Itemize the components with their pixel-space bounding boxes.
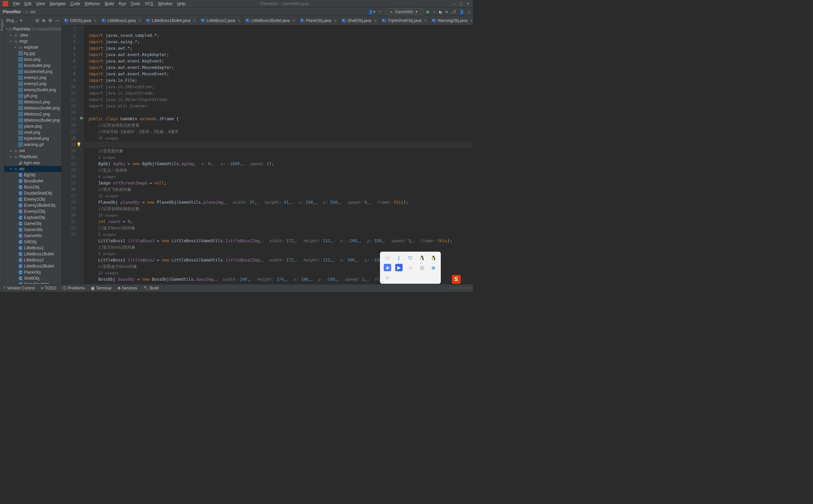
menu-edit[interactable]: Edit xyxy=(22,1,34,6)
stop-button[interactable]: ■ xyxy=(446,9,448,14)
breadcrumb-folder[interactable]: src xyxy=(30,9,36,14)
tree-item[interactable]: ▾🗀imgs xyxy=(4,38,61,44)
qq-icon[interactable]: 🐧 xyxy=(430,254,437,262)
tree-item[interactable]: ▸🗀explode xyxy=(4,44,61,50)
tray-robot-icon[interactable]: ☺ xyxy=(384,274,391,281)
tray-app1-icon[interactable]: ◈ xyxy=(384,264,391,271)
menu-build[interactable]: Build xyxy=(102,1,116,6)
tree-item[interactable]: CLittleBoss1 xyxy=(4,245,61,251)
tree-item[interactable]: ▾🗀PlaneWar C:\Users\23839\Id xyxy=(4,26,61,32)
tool-terminal[interactable]: ▣Terminal xyxy=(91,286,111,291)
close-tab-icon[interactable]: × xyxy=(293,18,295,23)
close-tab-icon[interactable]: × xyxy=(138,18,141,23)
tool-version-control[interactable]: ᚶVersion Control xyxy=(3,286,35,291)
tree-item[interactable]: 🔊bgm.wav xyxy=(4,160,61,166)
tree-item[interactable]: ▸🗀out xyxy=(4,148,61,154)
tree-arrow-icon[interactable]: ▸ xyxy=(9,33,12,37)
tray-app3-icon[interactable]: ⌂ xyxy=(407,264,414,271)
tree-item[interactable]: CEnemy2Obj xyxy=(4,208,61,215)
tree-item[interactable]: plane.png xyxy=(4,123,61,129)
close-tab-icon[interactable]: × xyxy=(94,18,96,23)
tree-item[interactable]: CLittleBoss2 xyxy=(4,257,61,263)
close-tab-icon[interactable]: × xyxy=(470,18,473,23)
tree-item[interactable]: CTripleShellObj xyxy=(4,281,61,284)
tree-item[interactable]: CGameWin xyxy=(4,233,61,239)
close-tab-icon[interactable]: × xyxy=(424,18,427,23)
tree-item[interactable]: CDoubleShellObj xyxy=(4,190,61,196)
bluetooth-icon[interactable]: ᛒ xyxy=(395,254,403,262)
tree-item[interactable]: CGameObj xyxy=(4,221,61,227)
menu-code[interactable]: Code xyxy=(68,1,82,6)
project-tool-button[interactable]: Project xyxy=(0,19,4,31)
close-tab-icon[interactable]: × xyxy=(374,18,376,23)
tree-item[interactable]: CGameUtils xyxy=(4,227,61,233)
menu-view[interactable]: View xyxy=(34,1,47,6)
tree-item[interactable]: ▾🗀PlayMusic xyxy=(4,154,61,160)
tree-item[interactable]: warning.gif xyxy=(4,142,61,148)
tree-item[interactable]: littleboss2bullet.png xyxy=(4,117,61,123)
hide-icon[interactable]: — xyxy=(55,18,59,23)
breadcrumb-root[interactable]: PlaneWar xyxy=(3,9,21,14)
tree-item[interactable]: ▸🗀.idea xyxy=(4,32,61,38)
ime-lang[interactable]: 中 ‚ ⚙ xyxy=(462,277,473,282)
close-tab-icon[interactable]: × xyxy=(238,18,240,23)
tool-services[interactable]: ⬘Services xyxy=(118,286,137,291)
editor-tab[interactable]: CWarningObj.java× xyxy=(430,16,473,25)
tree-item[interactable]: littleboss1bullet.png xyxy=(4,105,61,111)
tree-item[interactable]: CShellObj xyxy=(4,275,61,281)
tree-item[interactable]: enemy2.png xyxy=(4,81,61,87)
security-icon[interactable]: 🛡 xyxy=(407,254,414,262)
close-icon[interactable]: ✕ xyxy=(466,1,469,6)
collapse-icon[interactable]: ⊟ xyxy=(35,18,39,23)
tree-item[interactable]: CBossBullet xyxy=(4,178,61,184)
tree-item[interactable]: ▾🗀src xyxy=(4,166,61,172)
minimize-icon[interactable]: — xyxy=(452,1,456,6)
close-tab-icon[interactable]: × xyxy=(193,18,196,23)
search-icon[interactable]: ⌕ xyxy=(468,9,470,14)
tree-item[interactable]: tripleshell.png xyxy=(4,135,61,142)
tree-item[interactable]: boss.png xyxy=(4,56,61,62)
tree-arrow-icon[interactable]: ▾ xyxy=(6,27,7,31)
run-button[interactable]: ▶ xyxy=(427,9,430,14)
tool-problems[interactable]: ⓘProblems xyxy=(62,285,85,291)
select-opened-icon[interactable]: ⊕ xyxy=(42,18,46,23)
user-icon[interactable]: 👤▾ xyxy=(368,9,375,14)
tree-arrow-icon[interactable]: ▾ xyxy=(9,40,12,43)
tree-item[interactable]: shell.png xyxy=(4,129,61,135)
tree-item[interactable]: CBgObj xyxy=(4,172,61,178)
close-tab-icon[interactable]: × xyxy=(334,18,336,23)
tree-item[interactable]: CExplodeObj xyxy=(4,215,61,221)
tree-arrow-icon[interactable]: ▸ xyxy=(9,149,12,152)
back-icon[interactable]: ↩ xyxy=(379,9,382,14)
menu-navigate[interactable]: Navigate xyxy=(47,1,68,6)
gutter-run-icon[interactable]: ▶ xyxy=(80,115,84,120)
tree-item[interactable]: CLittleBoss2Bullet xyxy=(4,263,61,269)
tool-todo[interactable]: ≡TODO xyxy=(41,286,56,291)
editor-tab[interactable]: CTripleShellObj.java× xyxy=(380,16,430,25)
tree-item[interactable]: CBossObj xyxy=(4,184,61,190)
menu-file[interactable]: File xyxy=(11,1,22,6)
maximize-icon[interactable]: ▢ xyxy=(459,1,463,6)
tree-item[interactable]: littleboss2.png xyxy=(4,111,61,117)
editor-tab[interactable]: CLittleBoss1Bullet.java× xyxy=(144,16,199,25)
tree-arrow-icon[interactable]: ▾ xyxy=(9,155,12,158)
tree-item[interactable]: enemy1.png xyxy=(4,75,61,81)
tree-item[interactable]: littleboss1.png xyxy=(4,99,61,105)
debug-button[interactable]: ⌖ xyxy=(433,9,436,14)
tree-item[interactable]: CGiftObj xyxy=(4,239,61,245)
tree-item[interactable]: bossbullet.png xyxy=(4,62,61,69)
tree-arrow-icon[interactable]: ▾ xyxy=(9,167,12,171)
penguin-icon[interactable]: 🐧 xyxy=(418,254,426,262)
editor-tab[interactable]: CLittleBoss1.java× xyxy=(99,16,144,25)
tree-item[interactable]: gift.png xyxy=(4,93,61,99)
user2-icon[interactable]: 👤 xyxy=(459,9,464,14)
tree-item[interactable]: enemy2bullet.png xyxy=(4,87,61,93)
git-branch-icon[interactable]: ⎇ xyxy=(451,9,456,14)
project-panel-title[interactable]: Proj… xyxy=(6,18,18,23)
tree-item[interactable]: CEnemy2BulletObj xyxy=(4,202,61,208)
editor-tab[interactable]: CLittleBoss2Bullet.java× xyxy=(243,16,298,25)
editor-tab[interactable]: CShellObj.java× xyxy=(339,16,380,25)
gear-icon[interactable]: ⚙ xyxy=(48,18,52,23)
tree-item[interactable]: CEnemy1Obj xyxy=(4,196,61,202)
coverage-button[interactable]: ▶̲ xyxy=(439,9,442,14)
